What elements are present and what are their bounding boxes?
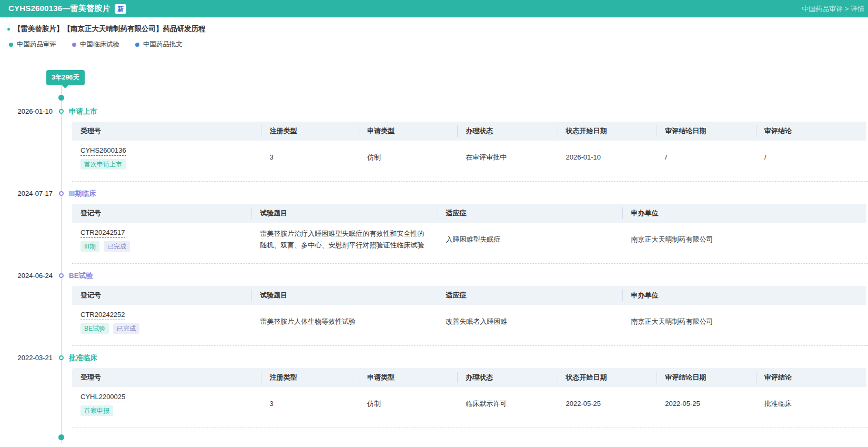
tag-list: 首次申请上市 (80, 159, 253, 170)
timeline-event: 2022-03-21批准临床受理号注册类型申请类型办理状态状态开始日期审评结论日… (0, 352, 868, 428)
column-header: 状态开始日期 (558, 368, 657, 387)
purple-dot-icon (72, 43, 76, 47)
status-tag: BE试验 (80, 323, 109, 334)
tag-list: 首家申报 (80, 405, 253, 416)
section-divider (72, 263, 868, 264)
column-header: 审评结论日期 (657, 368, 756, 387)
event-label[interactable]: III期临床 (69, 188, 96, 199)
event-header: 2024-07-17III期临床 (0, 188, 868, 199)
record-card: 受理号注册类型申请类型办理状态状态开始日期审评结论日期审评结论CYHL22000… (72, 368, 866, 420)
status-tag: 首家申报 (80, 405, 113, 416)
event-date: 2024-06-24 (0, 270, 53, 281)
event-marker-icon (59, 191, 64, 196)
legend-label: 中国药品审评 (17, 40, 56, 49)
column-header: 试验题目 (251, 204, 437, 223)
record-table: 登记号试验题目适应症申办单位CTR20242252BE试验已完成雷美替胺片人体生… (72, 286, 866, 338)
table-cell: 入睡困难型失眠症 (438, 223, 623, 256)
top-header-bar: CYHS2600136—雷美替胺片 新 中国药品审评 > 详情 (0, 0, 868, 17)
status-tag: III期 (80, 241, 99, 252)
event-marker-icon (59, 355, 64, 360)
timeline-event: 2024-07-17III期临床登记号试验题目适应症申办单位CTR2024251… (0, 188, 868, 264)
breadcrumb[interactable]: 中国药品审评 > 详情 (802, 4, 864, 14)
table-row: CYHL2200025首家申报3仿制临床默示许可2022-05-252022-0… (72, 387, 866, 420)
new-badge: 新 (115, 4, 126, 14)
column-header: 办理状态 (457, 122, 557, 141)
column-header: 适应症 (438, 286, 623, 305)
table-row: CYHS2600136首次申请上市3仿制在审评审批中2026-01-10// (72, 141, 866, 174)
column-header: 申请类型 (359, 122, 457, 141)
event-header: 2022-03-21批准临床 (0, 352, 868, 363)
column-header: 状态开始日期 (558, 122, 657, 141)
record-card: 登记号试验题目适应症申办单位CTR20242517III期已完成雷美替胺片治疗入… (72, 204, 866, 256)
duration-tooltip: 3年296天 (46, 70, 85, 85)
status-tag: 已完成 (113, 323, 139, 334)
table-cell: 2022-05-25 (657, 387, 756, 420)
column-header: 注册类型 (261, 122, 359, 141)
blue-dot-icon (135, 43, 139, 47)
table-row: CTR20242252BE试验已完成雷美替胺片人体生物等效性试验改善失眠者入睡困… (72, 305, 866, 338)
table-cell: / (756, 141, 866, 174)
event-label[interactable]: 申请上市 (69, 106, 97, 117)
event-marker-icon (59, 273, 64, 278)
legend-item[interactable]: 中国药品批文 (135, 40, 183, 49)
column-header: 试验题目 (251, 286, 437, 305)
status-tag: 首次申请上市 (80, 159, 126, 170)
record-id-link[interactable]: CTR20242252 (80, 310, 125, 320)
table-cell: 3 (261, 387, 359, 420)
column-header: 审评结论 (756, 368, 866, 387)
column-header: 申办单位 (622, 204, 866, 223)
event-date: 2024-07-17 (0, 188, 53, 199)
column-header: 登记号 (72, 286, 251, 305)
column-header: 审评结论 (756, 122, 866, 141)
timeline-end-dot (58, 434, 64, 440)
legend-item[interactable]: 中国药品审评 (9, 40, 56, 49)
event-header: 2024-06-24BE试验 (0, 270, 868, 281)
column-header: 适应症 (438, 204, 623, 223)
section-divider (72, 181, 868, 182)
record-id-cell: CTR20242252BE试验已完成 (72, 305, 251, 338)
column-header: 受理号 (72, 368, 261, 387)
table-cell: / (657, 141, 756, 174)
legend-label: 中国药品批文 (143, 40, 183, 49)
timeline-events: 2026-01-10申请上市受理号注册类型申请类型办理状态状态开始日期审评结论日… (0, 49, 868, 428)
table-cell: 改善失眠者入睡困难 (438, 305, 623, 338)
table-cell: 仿制 (359, 387, 457, 420)
bullet-icon (7, 28, 10, 31)
column-header: 登记号 (72, 204, 251, 223)
table-cell: 仿制 (359, 141, 457, 174)
event-header: 2026-01-10申请上市 (0, 106, 868, 117)
record-card: 登记号试验题目适应症申办单位CTR20242252BE试验已完成雷美替胺片人体生… (72, 286, 866, 338)
section-divider (72, 428, 868, 428)
table-cell: 南京正大天晴制药有限公司 (622, 223, 866, 256)
status-tag: 已完成 (104, 241, 130, 252)
record-id-link[interactable]: CTR20242517 (80, 228, 125, 238)
record-table: 登记号试验题目适应症申办单位CTR20242517III期已完成雷美替胺片治疗入… (72, 204, 866, 256)
drug-dev-history-text: 【雷美替胺片】【南京正大天晴制药有限公司】药品研发历程 (14, 24, 206, 34)
event-label[interactable]: 批准临床 (69, 352, 97, 363)
column-header: 注册类型 (261, 368, 359, 387)
source-legend: 中国药品审评中国临床试验中国药品批文 (9, 40, 868, 49)
record-id-link[interactable]: CYHL2200025 (80, 392, 125, 402)
timeline-event: 2026-01-10申请上市受理号注册类型申请类型办理状态状态开始日期审评结论日… (0, 106, 868, 182)
table-cell: 南京正大天晴制药有限公司 (622, 305, 866, 338)
record-id-link[interactable]: CYHS2600136 (80, 146, 126, 156)
event-marker-icon (59, 109, 64, 114)
timeline: 3年296天 2026-01-10申请上市受理号注册类型申请类型办理状态状态开始… (0, 49, 868, 447)
event-label[interactable]: BE试验 (69, 270, 93, 281)
legend-label: 中国临床试验 (80, 40, 119, 49)
table-cell: 2022-05-25 (558, 387, 657, 420)
table-cell: 在审评审批中 (457, 141, 557, 174)
table-cell: 雷美替胺片人体生物等效性试验 (251, 305, 437, 338)
tag-list: III期已完成 (80, 241, 243, 252)
record-card: 受理号注册类型申请类型办理状态状态开始日期审评结论日期审评结论CYHS26001… (72, 122, 866, 174)
table-row: CTR20242517III期已完成雷美替胺片治疗入睡困难型失眠症的有效性和安全… (72, 223, 866, 256)
event-date: 2026-01-10 (0, 106, 53, 117)
event-date: 2022-03-21 (0, 352, 53, 363)
page-title: CYHS2600136—雷美替胺片 (8, 4, 110, 14)
table-cell: 2026-01-10 (558, 141, 657, 174)
timeline-event: 2024-06-24BE试验登记号试验题目适应症申办单位CTR20242252B… (0, 270, 868, 346)
column-header: 办理状态 (457, 368, 557, 387)
teal-dot-icon (9, 43, 13, 47)
tag-list: BE试验已完成 (80, 323, 243, 334)
legend-item[interactable]: 中国临床试验 (72, 40, 119, 49)
